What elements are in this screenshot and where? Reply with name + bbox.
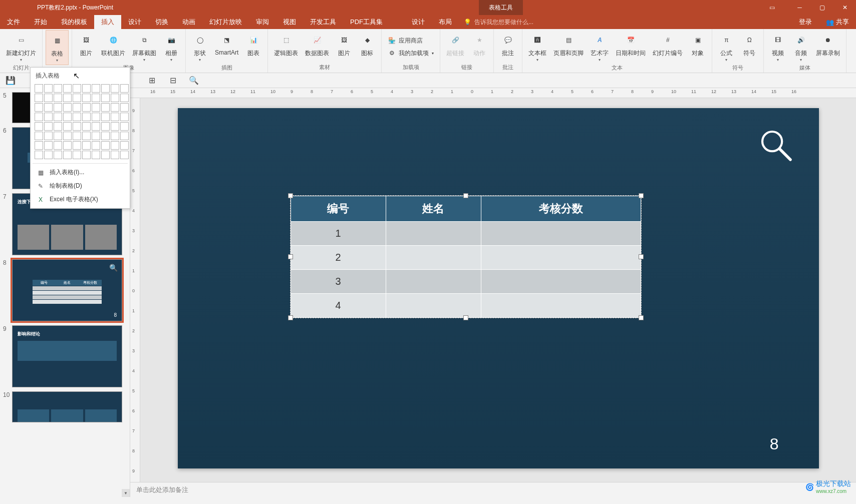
guides-button[interactable]: ⊟ — [167, 75, 178, 86]
table-grid-cell[interactable] — [82, 132, 91, 140]
table-grid-cell[interactable] — [82, 84, 91, 93]
table-grid-cell[interactable] — [63, 94, 72, 102]
resize-handle-tm[interactable] — [463, 193, 468, 198]
vertical-ruler[interactable]: 9876543210123456789 — [130, 98, 140, 482]
table-header-cell[interactable]: 考核分数 — [481, 196, 641, 222]
table-grid-cell[interactable] — [101, 84, 110, 93]
tab-pdf-tools[interactable]: PDF工具集 — [343, 15, 390, 29]
screen-recording-button[interactable]: ⏺ 屏幕录制 — [813, 30, 843, 60]
table-grid-cell[interactable] — [82, 103, 91, 112]
smartart-button[interactable]: ⬔ SmartArt — [212, 30, 241, 58]
table-grid-cell[interactable] — [101, 94, 110, 102]
table-grid-cell[interactable] — [63, 84, 72, 93]
shapes-button[interactable]: ◯ 形状 ▾ — [189, 30, 211, 64]
table-grid-cell[interactable] — [92, 122, 100, 131]
table-grid-cell[interactable] — [101, 103, 110, 112]
table-cell[interactable] — [481, 222, 641, 246]
resize-handle-tr[interactable] — [639, 193, 644, 198]
table-grid-cell[interactable] — [44, 132, 53, 140]
photo-album-button[interactable]: 📷 相册 ▾ — [160, 30, 182, 64]
login-button[interactable]: 登录 — [792, 15, 819, 29]
action-button[interactable]: ★ 动作 — [468, 30, 490, 60]
my-addins-button[interactable]: ⚙ 我的加载项 ▾ — [385, 48, 437, 59]
table-grid-cell[interactable] — [35, 103, 43, 112]
horizontal-ruler[interactable]: 1615141312111098765432101234567891011121… — [130, 88, 856, 98]
table-grid-cell[interactable] — [54, 103, 62, 112]
table-cell[interactable]: 4 — [291, 294, 386, 318]
table-grid-cell[interactable] — [63, 122, 72, 131]
textbox-button[interactable]: 🅰 文本框 ▾ — [525, 30, 549, 64]
thumbnail-slide-9[interactable]: 9 影响和结论 — [12, 325, 126, 387]
save-button[interactable]: 💾 — [5, 75, 16, 86]
table-cell[interactable]: 3 — [291, 270, 386, 294]
table-grid-cell[interactable] — [35, 113, 43, 121]
table-grid-cell[interactable] — [111, 151, 119, 159]
tab-slideshow[interactable]: 幻灯片放映 — [202, 15, 249, 29]
table-grid-cell[interactable] — [44, 103, 53, 112]
table-grid-cell[interactable] — [120, 151, 129, 159]
table-cell[interactable] — [481, 246, 641, 270]
tab-my-template[interactable]: 我的模板 — [54, 15, 94, 29]
table-grid-cell[interactable] — [82, 94, 91, 102]
table-grid-cell[interactable] — [63, 113, 72, 121]
material-icon-button[interactable]: ◆ 图标 — [356, 30, 378, 60]
table-grid-cell[interactable] — [92, 113, 100, 121]
table-grid-cell[interactable] — [54, 122, 62, 131]
tab-transitions[interactable]: 切换 — [148, 15, 175, 29]
table-grid-cell[interactable] — [35, 94, 43, 102]
table-grid-cell[interactable] — [73, 122, 81, 131]
table-grid-cell[interactable] — [63, 151, 72, 159]
notes-pane[interactable]: 单击此处添加备注 — [130, 482, 856, 497]
tell-me-search[interactable]: 💡 告诉我您想要做什么... — [459, 15, 538, 29]
logic-chart-button[interactable]: ⬚ 逻辑图表 — [271, 30, 301, 60]
resize-handle-br[interactable] — [639, 315, 644, 320]
table-grid-cell[interactable] — [111, 141, 119, 150]
picture-button[interactable]: 🖼 图片 — [75, 30, 97, 60]
thumbnail-scroll-down[interactable]: ▼ — [122, 489, 130, 497]
tab-design[interactable]: 设计 — [121, 15, 148, 29]
object-button[interactable]: ▣ 对象 — [687, 30, 709, 60]
table-size-grid[interactable] — [33, 82, 128, 161]
table-grid-cell[interactable] — [120, 141, 129, 150]
excel-spreadsheet-menu-item[interactable]: X Excel 电子表格(X) — [33, 193, 128, 206]
app-store-button[interactable]: 🏪 应用商店 — [385, 36, 426, 46]
thumbnail-slide-8[interactable]: 8 🔍 编号姓名考核分数 8 — [12, 259, 126, 321]
table-grid-cell[interactable] — [92, 84, 100, 93]
audio-button[interactable]: 🔊 音频 ▾ — [790, 30, 812, 64]
table-grid-cell[interactable] — [82, 141, 91, 150]
tab-table-layout[interactable]: 布局 — [432, 15, 459, 29]
table-grid-cell[interactable] — [101, 122, 110, 131]
tab-developer[interactable]: 开发工具 — [303, 15, 343, 29]
table-grid-cell[interactable] — [35, 84, 43, 93]
new-slide-button[interactable]: ▭ 新建幻灯片 ▾ — [3, 30, 39, 64]
close-button[interactable]: ✕ — [833, 0, 856, 15]
table-grid-cell[interactable] — [44, 151, 53, 159]
minimize-button[interactable]: ─ — [788, 0, 811, 15]
resize-handle-ml[interactable] — [288, 254, 293, 259]
table-grid-cell[interactable] — [92, 151, 100, 159]
chart-button[interactable]: 📊 图表 — [242, 30, 264, 60]
resize-handle-bl[interactable] — [288, 315, 293, 320]
ruler-toggle-button[interactable]: ⊞ — [146, 75, 157, 86]
table-grid-cell[interactable] — [35, 141, 43, 150]
table-grid-cell[interactable] — [63, 103, 72, 112]
table-grid-cell[interactable] — [73, 103, 81, 112]
table-grid-cell[interactable] — [111, 94, 119, 102]
table-header-cell[interactable]: 编号 — [291, 196, 386, 222]
table-grid-cell[interactable] — [101, 132, 110, 140]
table-grid-cell[interactable] — [111, 84, 119, 93]
table-grid-cell[interactable] — [101, 151, 110, 159]
screenshot-button[interactable]: ⧉ 屏幕截图 ▾ — [129, 30, 159, 64]
table-grid-cell[interactable] — [73, 84, 81, 93]
table-grid-cell[interactable] — [92, 94, 100, 102]
table-grid-cell[interactable] — [111, 122, 119, 131]
table-grid-cell[interactable] — [111, 132, 119, 140]
slide-table-selection[interactable]: 编号 姓名 考核分数 1 2 3 4 — [291, 196, 641, 318]
material-picture-button[interactable]: 🖼 图片 — [333, 30, 355, 60]
table-grid-cell[interactable] — [82, 122, 91, 131]
maximize-button[interactable]: ▢ — [811, 0, 833, 15]
slide-number-button[interactable]: # 幻灯片编号 — [650, 30, 686, 60]
table-grid-cell[interactable] — [92, 141, 100, 150]
equation-button[interactable]: π 公式 ▾ — [715, 30, 737, 64]
table-grid-cell[interactable] — [111, 113, 119, 121]
